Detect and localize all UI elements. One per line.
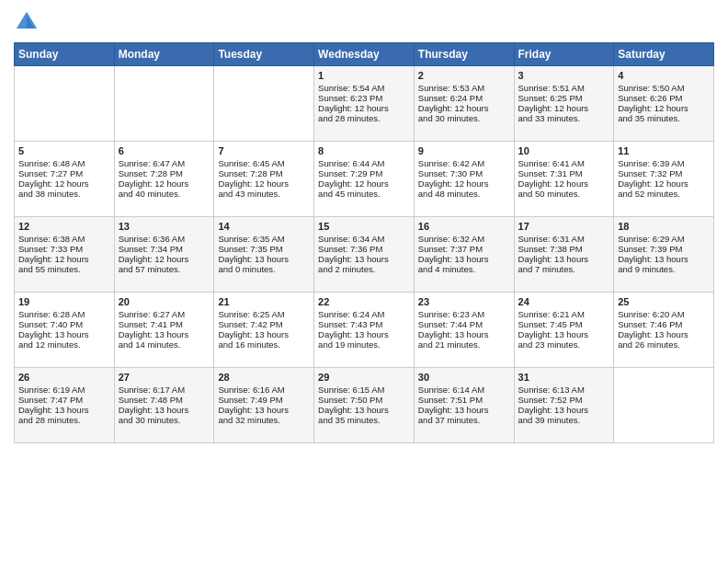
calendar-week-4: 19Sunrise: 6:28 AMSunset: 7:40 PMDayligh… (15, 293, 714, 368)
cell-content: Sunrise: 5:53 AM (418, 83, 510, 93)
cell-content: Sunset: 7:38 PM (518, 244, 610, 254)
cell-content: Sunrise: 6:32 AM (418, 234, 510, 244)
cell-content: Sunrise: 6:45 AM (218, 158, 310, 168)
cell-content: and 26 minutes. (618, 339, 710, 350)
calendar-cell: 28Sunrise: 6:16 AMSunset: 7:49 PMDayligh… (214, 368, 314, 443)
day-number: 19 (18, 296, 110, 307)
cell-content: and 0 minutes. (218, 264, 310, 274)
cell-content: Sunset: 7:52 PM (518, 395, 610, 405)
calendar-cell: 27Sunrise: 6:17 AMSunset: 7:48 PMDayligh… (114, 368, 214, 443)
day-number: 25 (618, 296, 710, 307)
cell-content: Daylight: 12 hours (618, 178, 710, 189)
calendar-header-wednesday: Wednesday (314, 43, 415, 66)
day-number: 1 (318, 70, 410, 81)
cell-content: Sunset: 6:26 PM (618, 93, 710, 103)
day-number: 30 (418, 372, 510, 383)
cell-content: Daylight: 12 hours (218, 178, 310, 189)
calendar-header-tuesday: Tuesday (214, 43, 314, 66)
day-number: 8 (318, 145, 410, 156)
cell-content: Sunset: 7:27 PM (18, 168, 110, 178)
calendar-cell: 24Sunrise: 6:21 AMSunset: 7:45 PMDayligh… (514, 293, 614, 368)
cell-content: and 38 minutes. (18, 189, 110, 199)
cell-content: Sunrise: 5:51 AM (518, 83, 610, 93)
cell-content: and 7 minutes. (518, 264, 610, 274)
day-number: 15 (318, 221, 410, 232)
cell-content: Sunset: 7:32 PM (618, 168, 710, 178)
calendar-cell: 20Sunrise: 6:27 AMSunset: 7:41 PMDayligh… (114, 293, 214, 368)
cell-content: Daylight: 12 hours (418, 103, 510, 113)
page-container: SundayMondayTuesdayWednesdayThursdayFrid… (0, 0, 728, 453)
calendar-cell: 6Sunrise: 6:47 AMSunset: 7:28 PMDaylight… (114, 142, 214, 217)
cell-content: and 40 minutes. (119, 189, 210, 199)
cell-content: Sunset: 7:46 PM (618, 319, 710, 329)
cell-content: Sunset: 7:30 PM (418, 168, 510, 178)
day-number: 23 (418, 296, 510, 307)
cell-content: Sunrise: 6:21 AM (518, 309, 610, 319)
calendar-cell: 9Sunrise: 6:42 AMSunset: 7:30 PMDaylight… (414, 142, 514, 217)
cell-content: Daylight: 12 hours (418, 178, 510, 189)
cell-content: Sunrise: 5:50 AM (618, 83, 710, 93)
cell-content: Sunset: 7:41 PM (119, 319, 210, 329)
cell-content: Daylight: 13 hours (418, 405, 510, 415)
calendar-cell: 14Sunrise: 6:35 AMSunset: 7:35 PMDayligh… (214, 217, 314, 293)
logo (14, 9, 43, 35)
cell-content: Sunrise: 5:54 AM (318, 83, 410, 93)
cell-content: and 30 minutes. (418, 113, 510, 123)
cell-content: Daylight: 13 hours (218, 405, 310, 415)
calendar-cell: 8Sunrise: 6:44 AMSunset: 7:29 PMDaylight… (314, 142, 415, 217)
cell-content: Sunset: 7:45 PM (518, 319, 610, 329)
cell-content: Daylight: 13 hours (518, 254, 610, 264)
cell-content: and 52 minutes. (618, 189, 710, 199)
cell-content: and 16 minutes. (218, 339, 310, 350)
cell-content: Sunset: 7:31 PM (518, 168, 610, 178)
cell-content: Daylight: 13 hours (618, 329, 710, 339)
cell-content: Sunrise: 6:35 AM (218, 234, 310, 244)
day-number: 13 (119, 221, 210, 232)
calendar-cell (614, 368, 714, 443)
calendar-cell (15, 66, 115, 142)
day-number: 18 (618, 221, 710, 232)
cell-content: and 4 minutes. (418, 264, 510, 274)
cell-content: and 35 minutes. (618, 113, 710, 123)
calendar-header-row: SundayMondayTuesdayWednesdayThursdayFrid… (15, 43, 714, 66)
calendar-header-thursday: Thursday (414, 43, 514, 66)
cell-content: and 19 minutes. (318, 339, 410, 350)
day-number: 4 (618, 70, 710, 81)
day-number: 6 (119, 145, 210, 156)
cell-content: Sunrise: 6:48 AM (18, 158, 110, 168)
day-number: 17 (518, 221, 610, 232)
cell-content: Daylight: 13 hours (318, 405, 410, 415)
cell-content: and 23 minutes. (518, 339, 610, 350)
cell-content: and 14 minutes. (119, 339, 210, 350)
cell-content: Sunset: 7:35 PM (218, 244, 310, 254)
cell-content: and 50 minutes. (518, 189, 610, 199)
calendar-cell: 11Sunrise: 6:39 AMSunset: 7:32 PMDayligh… (614, 142, 714, 217)
day-number: 16 (418, 221, 510, 232)
calendar-cell: 13Sunrise: 6:36 AMSunset: 7:34 PMDayligh… (114, 217, 214, 293)
cell-content: Sunrise: 6:13 AM (518, 385, 610, 395)
cell-content: Sunset: 7:43 PM (318, 319, 410, 329)
cell-content: Sunset: 7:40 PM (18, 319, 110, 329)
cell-content: Daylight: 12 hours (318, 178, 410, 189)
cell-content: Daylight: 13 hours (18, 329, 110, 339)
day-number: 22 (318, 296, 410, 307)
day-number: 27 (119, 372, 210, 383)
calendar-week-3: 12Sunrise: 6:38 AMSunset: 7:33 PMDayligh… (15, 217, 714, 293)
day-number: 24 (518, 296, 610, 307)
cell-content: Daylight: 13 hours (418, 329, 510, 339)
cell-content: and 57 minutes. (119, 264, 210, 274)
calendar-header-friday: Friday (514, 43, 614, 66)
day-number: 14 (218, 221, 310, 232)
cell-content: Daylight: 13 hours (518, 329, 610, 339)
cell-content: Sunset: 7:42 PM (218, 319, 310, 329)
page-header (14, 9, 714, 35)
cell-content: Sunset: 7:50 PM (318, 395, 410, 405)
cell-content: and 32 minutes. (218, 415, 310, 425)
cell-content: and 55 minutes. (18, 264, 110, 274)
calendar-cell: 1Sunrise: 5:54 AMSunset: 6:23 PMDaylight… (314, 66, 415, 142)
cell-content: Daylight: 13 hours (218, 329, 310, 339)
calendar-cell: 31Sunrise: 6:13 AMSunset: 7:52 PMDayligh… (514, 368, 614, 443)
cell-content: Sunset: 7:49 PM (218, 395, 310, 405)
calendar-header-saturday: Saturday (614, 43, 714, 66)
day-number: 5 (18, 145, 110, 156)
